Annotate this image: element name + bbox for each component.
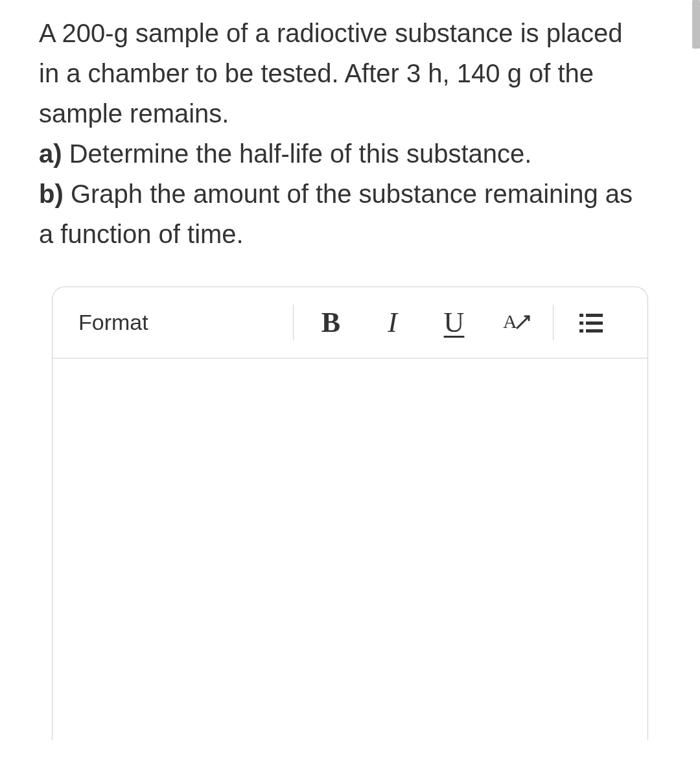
question-text: A 200-g sample of a radioctive substance… bbox=[39, 13, 661, 254]
svg-rect-3 bbox=[579, 321, 583, 325]
question-intro: A 200-g sample of a radioctive substance… bbox=[39, 19, 623, 128]
list-icon bbox=[577, 309, 605, 337]
toolbar-buttons: B I U A bbox=[286, 300, 622, 345]
svg-rect-1 bbox=[579, 314, 583, 317]
part-b-label: b) bbox=[39, 180, 64, 208]
clear-format-button[interactable]: A bbox=[485, 300, 546, 345]
svg-rect-4 bbox=[586, 321, 603, 325]
toolbar-divider bbox=[293, 305, 294, 340]
clear-format-icon: A bbox=[500, 307, 531, 338]
svg-rect-6 bbox=[586, 329, 603, 333]
list-button[interactable] bbox=[560, 300, 622, 345]
toolbar-divider bbox=[553, 305, 554, 340]
svg-text:A: A bbox=[503, 310, 517, 332]
part-a-label: a) bbox=[39, 139, 62, 168]
scrollbar-thumb[interactable] bbox=[692, 0, 700, 49]
part-b-text: Graph the amount of the substance remain… bbox=[39, 180, 633, 248]
rich-text-editor: Format B I U A bbox=[52, 286, 648, 740]
editor-textarea[interactable] bbox=[52, 358, 648, 734]
italic-button[interactable]: I bbox=[362, 300, 423, 345]
underline-button[interactable]: U bbox=[423, 300, 485, 345]
bold-button[interactable]: B bbox=[300, 300, 362, 345]
editor-toolbar: Format B I U A bbox=[52, 287, 648, 358]
svg-rect-5 bbox=[579, 329, 583, 333]
format-dropdown[interactable]: Format bbox=[78, 310, 148, 335]
part-a-text: Determine the half-life of this substanc… bbox=[62, 139, 532, 168]
svg-rect-2 bbox=[586, 314, 603, 317]
